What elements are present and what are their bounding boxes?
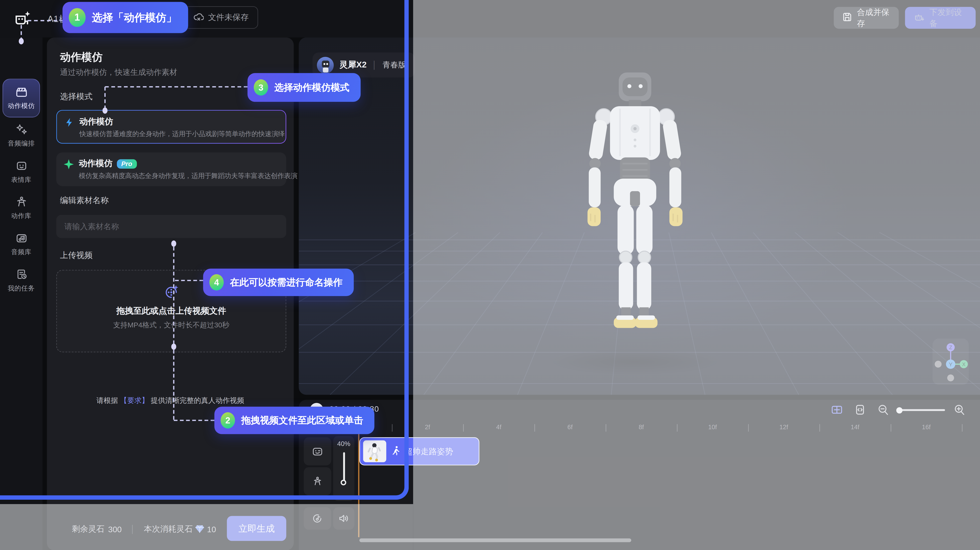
ruler-label: 4f [490,423,508,430]
app-window: A1机 文件未保存 合成并保存 [0,0,980,550]
view-axis-gizmo[interactable]: Z Y X [932,339,969,385]
panel-subtitle: 通过动作模仿，快速生成动作素材 [60,68,177,78]
robot-download-icon [914,12,924,23]
connector-line [105,87,106,109]
ruler-label: 6f [561,423,579,430]
fit-clip-icon[interactable] [831,404,842,415]
step-text: 拖拽视频文件至此区域或单击 [241,414,363,426]
sidebar-item-my-tasks[interactable]: 我的任务 [0,262,43,298]
vertical-slider-track [343,452,345,481]
pro-badge: Pro [117,159,137,168]
sidebar-item-expression-library[interactable]: 表情库 [0,154,43,190]
generate-footer-bar: 剩余灵石 300 │ 本次消耗灵石 10 立即生成 [47,504,294,550]
mode-title: 动作模仿 [79,116,278,127]
model-edition: 青春版 [383,60,406,70]
ruler-tick [606,424,606,432]
robot-face-icon [15,159,28,173]
dropzone-title: 拖拽至此或点击上传视频文件 [57,306,286,317]
left-sidebar-nav: 动作模仿 音频编排 表情库 动作库 [0,38,43,550]
step-text: 选择「动作模仿」 [92,10,177,25]
ruler-label: 12f [775,423,792,430]
connector-line [175,280,203,281]
save-icon [843,12,852,23]
film-reel-sparkle-icon [163,284,180,300]
mode-card-pro[interactable]: 动作模仿 Pro 模仿复杂高精度高动态全身动作复现，适用于舞蹈功夫等丰富表达创作… [56,152,286,186]
connector-dot [171,344,176,350]
sidebar-item-audio-arrange[interactable]: 音频编排 [0,117,43,154]
task-list-clock-icon [15,268,28,281]
panel-title: 动作模仿 [60,50,102,64]
motion-track-button[interactable] [304,467,331,495]
ruler-tick [819,424,820,432]
ruler-label: 16f [918,423,935,430]
sparkles-icon [15,123,28,136]
person-icon [15,195,28,209]
step-number: 1 [69,8,86,27]
zoom-in-icon[interactable] [954,404,965,415]
app-logo-robot-icon [14,10,33,27]
ruler-tick [748,424,749,432]
material-name-label: 编辑素材名称 [60,195,109,206]
dropzone-hint: 支持MP4格式，文件时长不超过30秒 [57,320,286,330]
slider-thumb[interactable] [896,407,902,413]
track-volume-slider[interactable]: 40% [333,436,354,501]
save-and-merge-button[interactable]: 合成并保存 [834,7,899,29]
cloud-unsaved-icon [194,12,204,23]
step-number: 4 [209,274,224,290]
ruler-tick [891,424,891,432]
step-text: 选择动作模仿模式 [274,81,349,93]
person-icon [312,476,323,487]
ruler-tick [463,424,464,432]
vertical-slider-thumb[interactable] [340,480,346,485]
ruler-label: 14f [846,423,864,430]
clip-thumbnail [363,441,386,462]
mode-desc: 快速模仿普通难度的全身动作，适用于小品戏剧等简单动作的快速演绎 [79,130,278,139]
timeline-panel: 00:00 / 00:30 2f4f6f8f10f12f14f16f [299,400,980,550]
zoom-out-icon[interactable] [878,404,889,415]
connector-line [27,20,64,21]
ruler-label: 10f [704,423,721,430]
requirement-link[interactable]: 【要求】 [120,397,149,404]
connector-dot [102,108,107,114]
model-name: 灵犀X2 [339,59,367,70]
expand-tracks-icon[interactable] [854,404,865,415]
timeline-zoom-slider[interactable] [897,409,945,411]
cost-value: 10 [207,525,216,534]
gizmo-x-label: X [962,361,966,367]
expression-track-button[interactable] [304,437,331,465]
sidebar-item-motion-library[interactable]: 动作库 [0,190,43,226]
audio-track-button[interactable] [304,507,331,530]
speaker-icon [338,513,349,524]
robot-avatar [317,57,334,73]
connector-dot [171,241,176,247]
deploy-to-device-button[interactable]: 下发到设备 [905,7,976,29]
mute-button[interactable] [333,507,354,530]
gizmo-z-label: Z [949,345,952,350]
motion-clip[interactable]: 超帅走路姿势 [360,437,479,465]
divider: │ [130,525,135,533]
timeline-scrollbar[interactable] [360,539,631,542]
volume-percent: 40% [333,440,354,447]
generate-now-button[interactable]: 立即生成 [227,516,286,541]
robot-3d-viewport[interactable]: 灵犀X2 │ 青春版 Z Y X [299,38,980,395]
divider: │ [372,61,377,70]
sidebar-item-motion-imitation[interactable]: 动作模仿 [3,79,40,117]
frame-ruler[interactable]: 2f4f6f8f10f12f14f16f [299,420,980,436]
clip-label: 超帅走路姿势 [404,446,453,457]
ruler-label: 8f [632,423,650,430]
lightning-icon [64,117,74,127]
playhead[interactable] [358,421,360,537]
tutorial-step-3: 3 选择动作模仿模式 [248,73,361,102]
cost-label: 本次消耗灵石 [144,523,192,535]
ruler-tick [392,424,393,432]
gizmo-y-label: Y [949,361,953,368]
ruler-tick [677,424,678,432]
upload-video-label: 上传视频 [60,250,92,261]
star-icon [64,159,74,169]
material-name-input[interactable] [56,215,286,238]
requirement-note: 请根据 【要求】 提供清晰完整的真人动作视频 [47,396,294,406]
mode-card-standard[interactable]: 动作模仿 快速模仿普通难度的全身动作，适用于小品戏剧等简单动作的快速演绎 [56,110,286,144]
remaining-stones-value: 300 [108,525,122,534]
gem-icon [195,525,205,533]
sidebar-item-audio-library[interactable]: 音频库 [0,226,43,262]
